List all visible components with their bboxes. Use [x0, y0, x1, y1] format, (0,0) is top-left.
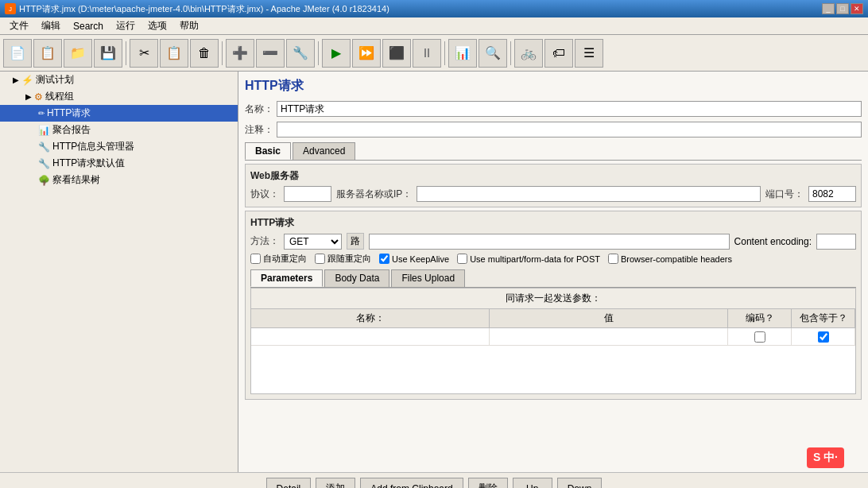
toolbar-new[interactable]: 📄 [3, 39, 32, 68]
expand-icon-2: ▶ [25, 92, 32, 101]
http-section-title: HTTP请求 [250, 216, 856, 230]
inner-tab-bar: Parameters Body Data Files Upload [250, 269, 856, 288]
minimize-button[interactable]: _ [822, 3, 835, 14]
port-input[interactable] [808, 186, 856, 202]
params-col-encode: 编码？ [728, 309, 792, 327]
params-cell-include-1 [792, 328, 855, 345]
comment-input[interactable] [277, 122, 862, 137]
up-button[interactable]: Up [513, 478, 552, 488]
browser-compat-checkbox[interactable] [608, 254, 618, 264]
menu-search[interactable]: Search [67, 19, 110, 33]
encode-checkbox-1[interactable] [754, 331, 765, 343]
menu-options[interactable]: 选项 [141, 17, 173, 34]
auto-redirect-checkbox[interactable] [250, 254, 261, 264]
tree-item-results-tree[interactable]: 🌳 察看结果树 [0, 172, 238, 188]
params-empty-area [251, 346, 855, 393]
tab-advanced[interactable]: Advanced [293, 142, 355, 160]
toolbar-copy[interactable]: 📋 [160, 39, 188, 68]
down-button[interactable]: Down [557, 478, 603, 488]
toolbar-clear-all[interactable]: 🔍 [479, 39, 507, 68]
toolbar-separator-3 [318, 41, 319, 65]
params-col-include: 包含等于？ [792, 309, 855, 327]
window-title: HTTP请求.jmx (D:\meter\apache-jmeter-4.0\b… [19, 3, 389, 15]
name-input[interactable] [277, 101, 862, 117]
menu-help[interactable]: 帮助 [173, 17, 205, 34]
toolbar-function-helper[interactable]: 🚲 [514, 39, 543, 68]
name-label: 名称： [245, 103, 277, 116]
menu-edit[interactable]: 编辑 [35, 17, 67, 34]
multipart-checkbox[interactable] [457, 254, 467, 264]
follow-redirect-label: 跟随重定向 [327, 253, 371, 265]
toolbar-save[interactable]: 💾 [94, 39, 122, 68]
toolbar-separator-5 [510, 41, 511, 65]
close-button[interactable]: ✕ [851, 3, 863, 14]
detail-button[interactable]: Detail [266, 478, 312, 488]
pencil-icon: ✏ [38, 109, 45, 118]
protocol-input[interactable] [284, 186, 331, 202]
name-row: 名称： [245, 101, 862, 117]
toolbar-stop[interactable]: ⬛ [382, 39, 411, 68]
protocol-label: 协议： [250, 188, 279, 201]
menu-file[interactable]: 文件 [3, 17, 35, 34]
params-cell-name-1 [251, 328, 490, 345]
toolbar-clear[interactable]: 📊 [448, 39, 477, 68]
encoding-label: Content encoding: [734, 236, 812, 247]
tree-item-http-request[interactable]: ✏ HTTP请求 [0, 105, 238, 122]
params-col-value: 值 [490, 309, 728, 327]
keepalive-label: Use KeepAlive [392, 254, 449, 264]
right-panel: HTTP请求 名称： 注释： Basic Advanced Web服务器 协议：… [238, 72, 868, 472]
path-prefix-badge: 路 [347, 233, 364, 250]
toolbar-expand[interactable]: ➕ [226, 39, 254, 68]
tab-files-upload[interactable]: Files Upload [391, 269, 465, 287]
add-clipboard-button[interactable]: Add from Clipboard [360, 478, 463, 488]
tree-item-test-plan[interactable]: ▶ ⚡ 测试计划 [0, 72, 238, 88]
toolbar-open[interactable]: 📁 [64, 39, 92, 68]
tree-item-thread-group[interactable]: ▶ ⚙ 线程组 [0, 88, 238, 105]
method-select[interactable]: GET POST PUT DELETE [284, 234, 342, 250]
toolbar-separator-2 [222, 41, 223, 65]
tree-panel: ▶ ⚡ 测试计划 ▶ ⚙ 线程组 ✏ HTTP请求 📊 聚合报告 🔧 HTTP信… [0, 72, 238, 472]
add-button[interactable]: 添加 [316, 478, 355, 488]
delete-button[interactable]: 删除 [468, 478, 508, 488]
toolbar-settings[interactable]: 🔧 [286, 39, 315, 68]
toolbar-help[interactable]: 🏷 [544, 39, 573, 68]
tab-body-data[interactable]: Body Data [324, 269, 389, 287]
auto-redirect-item: 自动重定向 [250, 253, 307, 265]
server-section-title: Web服务器 [250, 169, 856, 183]
comment-row: 注释： [245, 122, 862, 137]
title-bar: J HTTP请求.jmx (D:\meter\apache-jmeter-4.0… [0, 0, 868, 17]
auto-redirect-label: 自动重定向 [263, 253, 307, 265]
keepalive-checkbox[interactable] [379, 254, 389, 264]
tree-item-http-defaults[interactable]: 🔧 HTTP请求默认值 [0, 155, 238, 172]
port-label: 端口号： [765, 188, 804, 201]
tab-parameters[interactable]: Parameters [250, 269, 323, 287]
include-checkbox-1[interactable] [818, 331, 829, 343]
toolbar-collapse[interactable]: ➖ [256, 39, 285, 68]
toolbar: 📄 📋 📁 💾 ✂ 📋 🗑 ➕ ➖ 🔧 ▶ ⏩ ⬛ ⏸ 📊 🔍 🚲 🏷 ☰ [0, 35, 868, 72]
tree-item-aggregate-report[interactable]: 📊 聚合报告 [0, 122, 238, 138]
encoding-input[interactable] [816, 234, 856, 250]
server-row: 协议： 服务器名称或IP： 端口号： [250, 186, 856, 202]
params-cell-value-1 [490, 328, 728, 345]
maximize-button[interactable]: □ [836, 3, 849, 14]
toolbar-delete[interactable]: 🗑 [190, 39, 219, 68]
toolbar-cut[interactable]: ✂ [130, 39, 158, 68]
menu-bar: 文件 编辑 Search 运行 选项 帮助 [0, 17, 868, 35]
follow-redirect-checkbox[interactable] [315, 254, 325, 264]
bottom-bar: Detail 添加 Add from Clipboard 删除 Up Down [0, 472, 868, 488]
toolbar-templates[interactable]: 📋 [33, 39, 62, 68]
params-row-empty-1 [251, 328, 855, 346]
server-name-input[interactable] [417, 186, 761, 202]
toolbar-log[interactable]: ☰ [575, 39, 603, 68]
toolbar-shutdown[interactable]: ⏸ [413, 39, 441, 68]
toolbar-start-no-pause[interactable]: ⏩ [352, 39, 381, 68]
toolbar-separator-1 [126, 41, 126, 65]
tab-basic[interactable]: Basic [245, 142, 291, 160]
multipart-item: Use multipart/form-data for POST [457, 254, 600, 264]
tree-item-header-manager[interactable]: 🔧 HTTP信息头管理器 [0, 138, 238, 155]
menu-run[interactable]: 运行 [110, 17, 141, 34]
method-label: 方法： [250, 234, 279, 248]
path-input[interactable] [369, 234, 730, 250]
toolbar-start[interactable]: ▶ [322, 39, 351, 68]
title-bar-left: J HTTP请求.jmx (D:\meter\apache-jmeter-4.0… [5, 3, 389, 15]
